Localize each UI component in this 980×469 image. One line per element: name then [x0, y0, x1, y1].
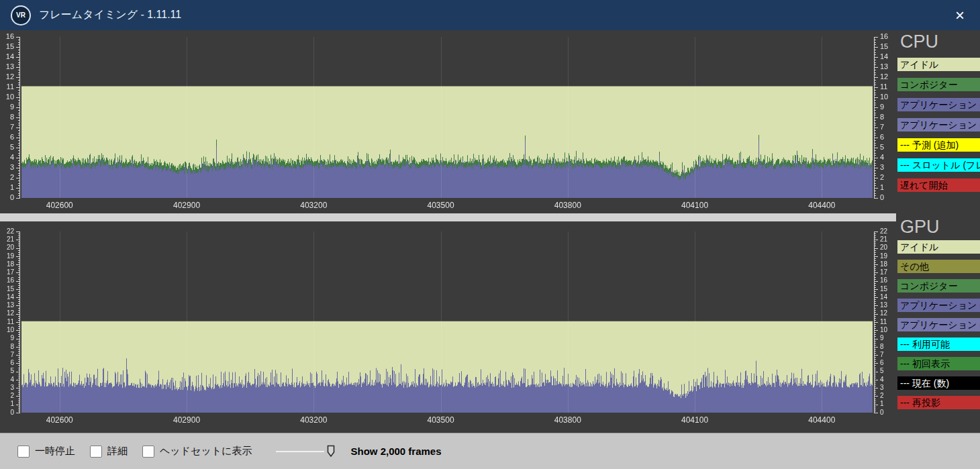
legend-present-count: --- 現在 (数) [897, 376, 980, 390]
detail-label: 詳細 [107, 445, 128, 458]
window-title: フレームタイミング - 1.11.11 [39, 8, 181, 22]
close-icon[interactable]: × [950, 7, 969, 23]
legend-application-render: アプリケーション (レンダー) [897, 98, 980, 111]
legend-idle: アイドル [897, 58, 980, 71]
gpu-section-header: GPU [900, 217, 940, 237]
cpu-section-header: CPU [900, 32, 938, 52]
legend-application-render: アプリケーション (レンダー) [897, 299, 980, 312]
cpu-frame-chart [0, 30, 896, 213]
legend-compositor: コンポジター [897, 78, 980, 91]
frames-count-label: Show 2,000 frames [350, 446, 441, 457]
legend-available: --- 利用可能 [897, 337, 980, 351]
slider-track[interactable] [276, 451, 324, 452]
vr-logo-text: VR [16, 11, 26, 19]
gpu-frame-chart [0, 221, 896, 433]
pause-checkbox-group[interactable]: 一時停止 [17, 445, 75, 458]
pause-label: 一時停止 [35, 445, 75, 458]
chart-separator [0, 213, 896, 221]
headset-display-checkbox-group[interactable]: ヘッドセットに表示 [142, 445, 252, 458]
legend-throttle-frames: --- スロットル (フレーム) [897, 158, 980, 172]
bottom-bar: 一時停止 詳細 ヘッドセットに表示 Show 2,000 frames [0, 433, 980, 469]
frame-count-slider[interactable] [276, 445, 336, 458]
headset-display-label: ヘッドセットに表示 [160, 445, 252, 458]
slider-handle-icon[interactable] [326, 445, 336, 458]
frame-timing-window: VR フレームタイミング - 1.11.11 × CPU アイドルコンポジターア… [0, 0, 980, 469]
detail-checkbox-group[interactable]: 詳細 [90, 445, 128, 458]
legend-other: その他 [897, 260, 980, 273]
legend-idle: アイドル [897, 240, 980, 254]
headset-display-checkbox[interactable] [142, 446, 154, 458]
titlebar: VR フレームタイミング - 1.11.11 × [0, 0, 980, 30]
pause-checkbox[interactable] [17, 446, 30, 458]
gpu-legend: アイドルその他コンポジターアプリケーション (レンダー)アプリケーション (合計… [897, 240, 980, 415]
legend-compositor: コンポジター [897, 279, 980, 293]
legend-started-late: 遅れて開始 [897, 178, 980, 192]
legend-reprojection: --- 再投影 [897, 396, 980, 409]
legend-prediction-extra: --- 予測 (追加) [897, 138, 980, 152]
cpu-legend: アイドルコンポジターアプリケーション (レンダー)アプリケーション (合計)--… [897, 58, 980, 199]
detail-checkbox[interactable] [90, 446, 102, 458]
legend-application-total: アプリケーション (合計) [897, 318, 980, 331]
legend-application-total: アプリケーション (合計) [897, 118, 980, 132]
vr-logo-icon: VR [11, 5, 31, 25]
legend-first-present: --- 初回表示 [897, 357, 980, 370]
